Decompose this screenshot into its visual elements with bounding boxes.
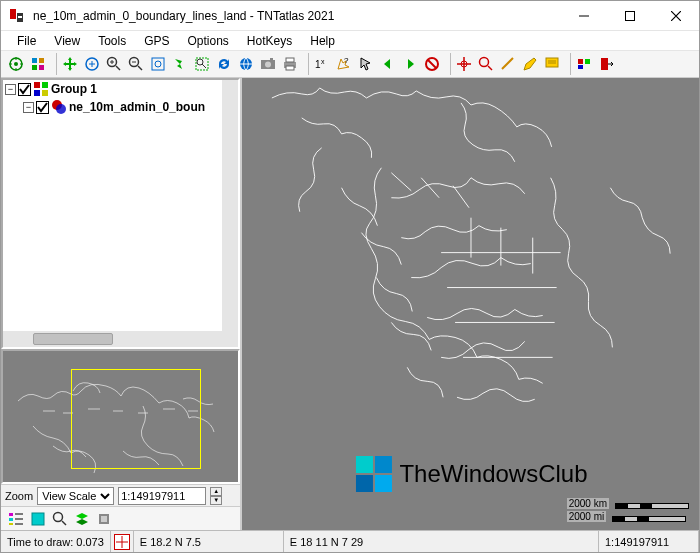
menu-file[interactable]: File — [9, 32, 44, 50]
statusbar: Time to draw: 0.073 E 18.2 N 7.5 E 18 11… — [1, 530, 699, 552]
zoom-bar: Zoom View Scale ▲ ▼ — [1, 484, 240, 506]
svg-rect-38 — [34, 90, 40, 96]
measure-button[interactable] — [497, 53, 519, 75]
app-icon — [9, 8, 25, 24]
back-button[interactable] — [377, 53, 399, 75]
map-canvas[interactable]: 2000 km 2000 mi — [242, 78, 699, 530]
main-area: − Group 1 − ne_10m_admin_0_boun — [1, 78, 699, 530]
draw-time-label: Time to draw: — [7, 536, 73, 548]
zoom-scale-input[interactable] — [118, 487, 206, 505]
status-draw-time: Time to draw: 0.073 — [1, 531, 111, 552]
svg-rect-31 — [578, 59, 583, 64]
svg-text:?: ? — [344, 56, 349, 65]
svg-rect-7 — [39, 58, 44, 63]
svg-rect-3 — [626, 11, 635, 20]
layer-manager-button[interactable] — [27, 53, 49, 75]
zoom-selected-button[interactable] — [191, 53, 213, 75]
svg-rect-44 — [9, 518, 13, 521]
expand-icon[interactable]: − — [5, 84, 16, 95]
zoom-out-button[interactable] — [125, 53, 147, 75]
zoom-spin-up[interactable]: ▲ — [210, 487, 222, 496]
nav-target-icon[interactable] — [114, 534, 130, 550]
tree-layer-label: ne_10m_admin_0_boun — [69, 100, 205, 114]
tree-group-row[interactable]: − Group 1 — [3, 80, 222, 98]
minimize-button[interactable] — [561, 1, 607, 31]
open-button[interactable] — [5, 53, 27, 75]
pan-button[interactable] — [59, 53, 81, 75]
zoom-spin-down[interactable]: ▼ — [210, 496, 222, 505]
window-title: ne_10m_admin_0_boundary_lines_land - TNT… — [25, 9, 561, 23]
svg-rect-0 — [10, 9, 16, 19]
select-tool-button[interactable]: ? — [333, 53, 355, 75]
svg-rect-22 — [286, 58, 294, 62]
zoom-box-button[interactable] — [475, 53, 497, 75]
svg-rect-36 — [34, 82, 40, 88]
svg-rect-2 — [18, 16, 22, 18]
scalebar: 2000 km 2000 mi — [567, 498, 689, 522]
svg-rect-39 — [42, 90, 48, 96]
group-icon — [33, 81, 49, 97]
svg-rect-37 — [42, 82, 48, 88]
zoom-label: Zoom — [5, 490, 33, 502]
svg-point-29 — [480, 58, 489, 67]
menu-view[interactable]: View — [46, 32, 88, 50]
pan-to-button[interactable] — [81, 53, 103, 75]
layer-tree: − Group 1 − ne_10m_admin_0_boun — [3, 80, 238, 347]
svg-rect-45 — [9, 523, 13, 525]
mini-toolbar — [1, 506, 240, 530]
exit-button[interactable] — [595, 53, 617, 75]
titlebar: ne_10m_admin_0_boundary_lines_land - TNT… — [1, 1, 699, 31]
sketch-button[interactable] — [519, 53, 541, 75]
zoom-full-button[interactable] — [147, 53, 169, 75]
checkbox-icon[interactable] — [36, 101, 49, 114]
zoom-spin-buttons: ▲ ▼ — [210, 487, 222, 505]
zoom-1x-button[interactable]: 1x — [311, 53, 333, 75]
menu-gps[interactable]: GPS — [136, 32, 177, 50]
scalebar-mi-label: 2000 mi — [567, 511, 607, 522]
svg-rect-6 — [32, 58, 37, 63]
svg-rect-34 — [601, 58, 608, 70]
svg-point-14 — [155, 61, 161, 67]
menu-tools[interactable]: Tools — [90, 32, 134, 50]
tree-h-scrollbar[interactable] — [3, 331, 222, 347]
svg-point-5 — [14, 62, 18, 66]
snapshot-button[interactable] — [257, 53, 279, 75]
menu-hotkeys[interactable]: HotKeys — [239, 32, 300, 50]
expand-icon[interactable]: − — [23, 102, 34, 113]
geolock-button[interactable] — [235, 53, 257, 75]
close-button[interactable] — [653, 1, 699, 31]
zoom-in-button[interactable] — [103, 53, 125, 75]
svg-rect-9 — [39, 65, 44, 70]
menu-help[interactable]: Help — [302, 32, 343, 50]
tree-v-scrollbar[interactable] — [222, 80, 238, 331]
locator-map[interactable] — [1, 349, 240, 484]
locator-viewport-box[interactable] — [71, 369, 201, 469]
legend-button[interactable] — [5, 508, 27, 530]
svg-rect-23 — [286, 66, 294, 70]
refresh-button[interactable] — [213, 53, 235, 75]
crosshair-button[interactable] — [453, 53, 475, 75]
settings-button[interactable] — [93, 508, 115, 530]
layer-order-button[interactable] — [27, 508, 49, 530]
print-button[interactable] — [279, 53, 301, 75]
layer-controls-button[interactable] — [573, 53, 595, 75]
stop-button[interactable] — [421, 53, 443, 75]
pointer-button[interactable] — [355, 53, 377, 75]
layers-stack-button[interactable] — [71, 508, 93, 530]
left-panel: − Group 1 − ne_10m_admin_0_boun — [1, 78, 242, 530]
annotate-button[interactable] — [541, 53, 563, 75]
find-button[interactable] — [49, 508, 71, 530]
menu-options[interactable]: Options — [180, 32, 237, 50]
tree-layer-row[interactable]: − ne_10m_admin_0_boun — [3, 98, 222, 116]
checkbox-icon[interactable] — [18, 83, 31, 96]
zoom-previous-button[interactable] — [169, 53, 191, 75]
svg-rect-32 — [585, 59, 590, 64]
map-svg — [242, 78, 699, 530]
svg-rect-8 — [32, 65, 37, 70]
toolbar-separator — [445, 53, 451, 75]
zoom-mode-select[interactable]: View Scale — [37, 487, 114, 505]
maximize-button[interactable] — [607, 1, 653, 31]
layer-tree-panel: − Group 1 − ne_10m_admin_0_boun — [1, 78, 240, 349]
forward-button[interactable] — [399, 53, 421, 75]
svg-point-19 — [265, 62, 271, 68]
